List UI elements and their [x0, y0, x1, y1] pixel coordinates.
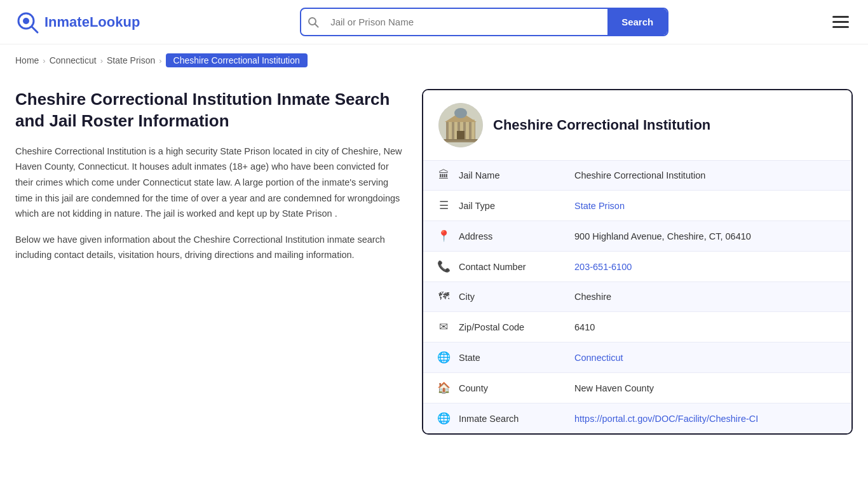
row-label-zip: Zip/Postal Code: [459, 322, 567, 332]
breadcrumb-sep-1: ›: [43, 56, 45, 65]
row-value-city: Cheshire: [574, 292, 611, 302]
info-row-jail-type: ☰ Jail Type State Prison: [423, 190, 851, 220]
main-content: Cheshire Correctional Institution Inmate…: [0, 76, 868, 460]
search-button[interactable]: Search: [607, 9, 667, 35]
row-value-county: New Haven County: [574, 383, 654, 393]
state-icon: 🌐: [436, 351, 451, 364]
inmate-search-icon: 🌐: [436, 412, 451, 425]
svg-rect-10: [466, 119, 469, 140]
row-value-address: 900 Highland Avenue, Cheshire, CT, 06410: [574, 231, 751, 241]
row-label-address: Address: [459, 231, 567, 241]
svg-point-13: [454, 108, 467, 118]
svg-rect-11: [471, 119, 475, 140]
svg-rect-7: [449, 119, 452, 140]
card-facility-name: Cheshire Correctional Institution: [493, 117, 710, 133]
address-icon: 📍: [436, 229, 451, 243]
breadcrumb-state[interactable]: Connecticut: [50, 55, 97, 65]
county-icon: 🏠: [436, 381, 451, 395]
row-value-zip: 6410: [574, 322, 595, 332]
facility-image: [438, 103, 483, 147]
logo[interactable]: InmateLookup: [15, 10, 140, 34]
row-value-jail-name: Cheshire Correctional Institution: [574, 170, 705, 180]
row-value-contact: 203-651-6100: [574, 262, 632, 272]
info-rows: 🏛 Jail Name Cheshire Correctional Instit…: [423, 160, 851, 433]
breadcrumb-type[interactable]: State Prison: [107, 55, 155, 65]
svg-line-4: [315, 24, 318, 27]
page-title: Cheshire Correctional Institution Inmate…: [15, 89, 403, 132]
svg-rect-14: [457, 131, 465, 140]
hamburger-menu[interactable]: [829, 12, 853, 32]
row-label-state: State: [459, 353, 567, 363]
row-label-jail-name: Jail Name: [459, 170, 567, 180]
row-value-state: Connecticut: [574, 353, 623, 363]
svg-rect-16: [442, 140, 480, 142]
row-label-jail-type: Jail Type: [459, 201, 567, 211]
description-1: Cheshire Correctional Institution is a h…: [15, 144, 403, 222]
logo-text: InmateLookup: [44, 14, 140, 30]
jail-icon: 🏛: [436, 169, 451, 182]
info-row-address: 📍 Address 900 Highland Avenue, Cheshire,…: [423, 220, 851, 251]
facility-building-icon: [438, 103, 483, 147]
info-card: Cheshire Correctional Institution 🏛 Jail…: [422, 89, 853, 435]
type-icon: ☰: [436, 199, 451, 212]
row-label-county: County: [459, 383, 567, 393]
info-row-contact: 📞 Contact Number 203-651-6100: [423, 251, 851, 281]
description-2: Below we have given information about th…: [15, 232, 403, 263]
zip-icon: ✉: [436, 320, 451, 334]
jail-type-link[interactable]: State Prison: [574, 201, 625, 211]
site-header: InmateLookup Search: [0, 0, 868, 44]
search-area: Search: [300, 8, 668, 36]
breadcrumb-current: Cheshire Correctional Institution: [166, 53, 308, 67]
phone-icon: 📞: [436, 260, 451, 273]
phone-link[interactable]: 203-651-6100: [574, 262, 632, 272]
info-row-county: 🏠 County New Haven County: [423, 372, 851, 403]
info-row-city: 🗺 City Cheshire: [423, 281, 851, 311]
breadcrumb: Home › Connecticut › State Prison › Ches…: [0, 44, 868, 76]
right-panel: Cheshire Correctional Institution 🏛 Jail…: [422, 89, 853, 435]
info-row-inmate-search: 🌐 Inmate Search https://portal.ct.gov/DO…: [423, 403, 851, 433]
row-value-jail-type: State Prison: [574, 201, 625, 211]
row-value-inmate-search: https://portal.ct.gov/DOC/Facility/Chesh…: [574, 414, 758, 424]
state-link[interactable]: Connecticut: [574, 353, 623, 363]
info-row-zip: ✉ Zip/Postal Code 6410: [423, 311, 851, 342]
info-row-jail-name: 🏛 Jail Name Cheshire Correctional Instit…: [423, 160, 851, 190]
logo-icon: [15, 10, 39, 34]
breadcrumb-sep-3: ›: [159, 56, 161, 65]
row-label-inmate-search: Inmate Search: [459, 414, 567, 424]
row-label-contact: Contact Number: [459, 262, 567, 272]
row-label-city: City: [459, 292, 567, 302]
search-input[interactable]: [325, 10, 607, 34]
breadcrumb-home[interactable]: Home: [15, 55, 39, 65]
city-icon: 🗺: [436, 290, 451, 303]
inmate-search-link[interactable]: https://portal.ct.gov/DOC/Facility/Chesh…: [574, 414, 758, 424]
card-header: Cheshire Correctional Institution: [423, 90, 851, 160]
left-panel: Cheshire Correctional Institution Inmate…: [15, 89, 422, 435]
breadcrumb-sep-2: ›: [100, 56, 103, 65]
svg-point-1: [23, 18, 29, 24]
search-icon: [301, 11, 325, 33]
info-row-state: 🌐 State Connecticut: [423, 342, 851, 372]
svg-line-2: [32, 27, 37, 32]
